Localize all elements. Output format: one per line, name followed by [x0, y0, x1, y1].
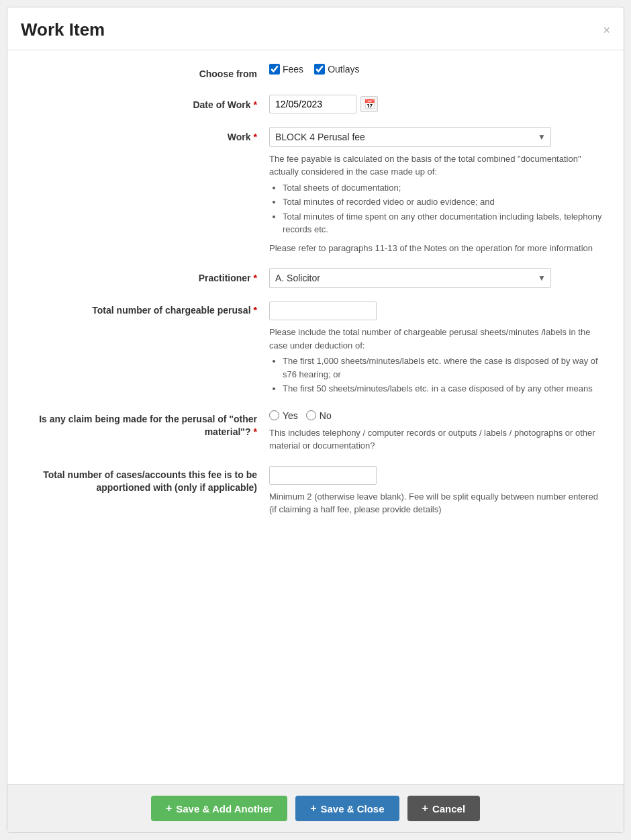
cancel-label: Cancel [432, 803, 465, 814]
outlays-checkbox-label[interactable]: Outlays [314, 64, 359, 75]
practitioner-content: A. Solicitor ▼ [269, 268, 603, 288]
practitioner-label: Practitioner* [28, 268, 269, 285]
other-material-radio-group: Yes No [269, 410, 603, 421]
save-add-button[interactable]: + Save & Add Another [151, 796, 287, 821]
apportioned-content: Minimum 2 (otherwise leave blank). Fee w… [269, 466, 603, 516]
other-material-label: Is any claim being made for the perusal … [28, 410, 269, 439]
total-perusal-content: Please include the total number of charg… [269, 301, 603, 397]
work-select-wrapper: BLOCK 4 Perusal fee ▼ [269, 127, 551, 147]
other-material-help: This includes telephony / computer recor… [269, 426, 603, 453]
save-add-label: Save & Add Another [176, 803, 273, 814]
date-of-work-input[interactable] [269, 95, 356, 113]
no-radio[interactable] [306, 410, 316, 420]
choose-from-label: Choose from [28, 64, 269, 81]
other-material-row: Is any claim being made for the perusal … [28, 410, 603, 453]
work-help-note: Please refer to paragraphs 11-13 of the … [269, 242, 603, 255]
date-input-wrapper: 📅 [269, 95, 603, 113]
yes-label: Yes [283, 410, 298, 421]
fees-checkbox-label[interactable]: Fees [269, 64, 303, 75]
cancel-icon: + [422, 802, 428, 814]
work-content: BLOCK 4 Perusal fee ▼ The fee payable is… [269, 127, 603, 255]
work-bullet-3: Total minutes of time spent on any other… [283, 210, 603, 236]
work-help-text: The fee payable is calculated on the bas… [269, 152, 603, 255]
outlays-label: Outlays [328, 64, 359, 75]
total-perusal-label: Total number of chargeable perusal* [28, 301, 269, 318]
apportioned-label: Total number of cases/accounts this fee … [28, 466, 269, 495]
modal-header: Work Item × [7, 7, 624, 50]
work-row: Work* BLOCK 4 Perusal fee ▼ The fee paya… [28, 127, 603, 255]
save-close-icon: + [310, 802, 316, 814]
modal-title: Work Item [21, 19, 105, 40]
choose-from-row: Choose from Fees Outlays [28, 64, 603, 81]
work-item-modal: Work Item × Choose from Fees Outlays Dat… [7, 7, 624, 833]
work-bullet-1: Total sheets of documentation; [283, 181, 603, 195]
date-of-work-row: Date of Work* 📅 [28, 95, 603, 113]
date-of-work-content: 📅 [269, 95, 603, 113]
fees-checkbox[interactable] [269, 64, 280, 75]
total-perusal-row: Total number of chargeable perusal* Plea… [28, 301, 603, 397]
total-perusal-help-text: Please include the total number of charg… [269, 326, 603, 395]
practitioner-select-wrapper: A. Solicitor ▼ [269, 268, 551, 288]
modal-body: Choose from Fees Outlays Date of Work* [7, 50, 624, 784]
save-close-button[interactable]: + Save & Close [295, 796, 399, 821]
outlays-checkbox[interactable] [314, 64, 325, 75]
choose-from-content: Fees Outlays [269, 64, 603, 75]
save-add-icon: + [166, 802, 172, 814]
apportioned-row: Total number of cases/accounts this fee … [28, 466, 603, 516]
total-perusal-bullet-1: The first 1,000 sheets/minutes/labels et… [283, 355, 603, 381]
other-material-content: Yes No This includes telephony / compute… [269, 410, 603, 453]
yes-radio[interactable] [269, 410, 279, 420]
work-bullet-2: Total minutes of recorded video or audio… [283, 195, 603, 209]
apportioned-input[interactable] [269, 466, 377, 485]
no-radio-label[interactable]: No [306, 410, 332, 421]
no-label: No [320, 410, 332, 421]
cancel-button[interactable]: + Cancel [407, 796, 481, 821]
yes-radio-label[interactable]: Yes [269, 410, 298, 421]
apportioned-help: Minimum 2 (otherwise leave blank). Fee w… [269, 490, 603, 516]
date-of-work-label: Date of Work* [28, 95, 269, 112]
total-perusal-bullet-2: The first 50 sheets/minutes/labels etc. … [283, 382, 603, 395]
work-select[interactable]: BLOCK 4 Perusal fee [269, 127, 551, 147]
modal-footer: + Save & Add Another + Save & Close + Ca… [7, 784, 624, 832]
calendar-icon[interactable]: 📅 [360, 96, 378, 112]
fees-label: Fees [283, 64, 303, 75]
practitioner-row: Practitioner* A. Solicitor ▼ [28, 268, 603, 288]
practitioner-select[interactable]: A. Solicitor [269, 268, 551, 288]
work-label: Work* [28, 127, 269, 144]
close-button[interactable]: × [603, 24, 610, 36]
total-perusal-input[interactable] [269, 301, 377, 320]
save-close-label: Save & Close [321, 803, 385, 814]
